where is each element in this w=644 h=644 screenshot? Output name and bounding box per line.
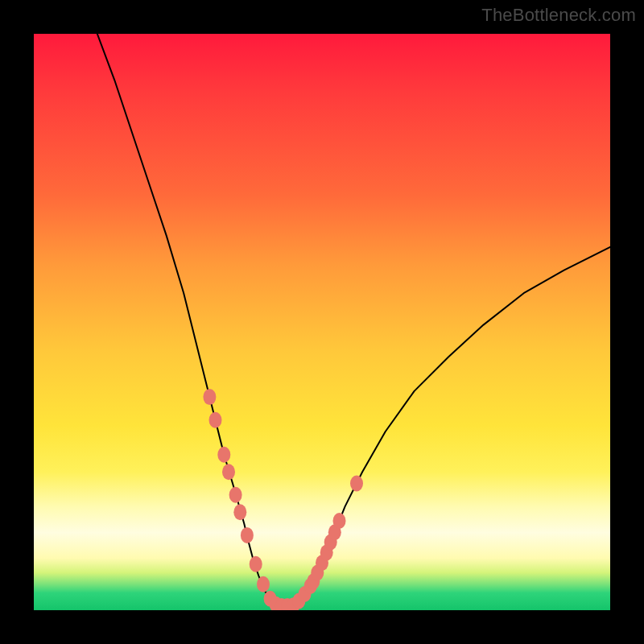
data-marker — [333, 513, 346, 529]
series-left-branch — [97, 34, 276, 605]
plot-area — [34, 34, 610, 610]
watermark-text: TheBottleneck.com — [481, 5, 636, 26]
data-marker — [250, 556, 262, 572]
data-marker — [350, 476, 363, 492]
data-marker — [203, 389, 216, 405]
data-marker — [257, 576, 270, 592]
data-marker — [217, 447, 230, 463]
series-right-branch — [293, 247, 610, 605]
data-marker — [241, 527, 254, 543]
bottleneck-curve — [34, 34, 610, 610]
data-marker — [233, 504, 246, 520]
data-marker — [229, 487, 242, 503]
data-marker — [209, 412, 222, 428]
chart-frame: TheBottleneck.com — [0, 0, 644, 644]
data-marker — [222, 464, 235, 480]
